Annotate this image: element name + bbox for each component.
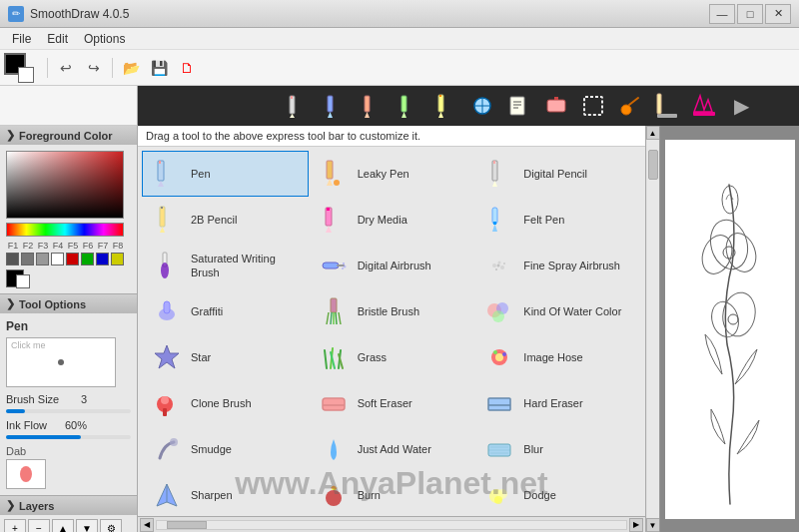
tool-pen[interactable]: Pen: [142, 151, 309, 197]
layer-options-button[interactable]: ⚙: [100, 519, 122, 532]
blur-label: Blur: [523, 442, 543, 456]
tool-bristle-brush[interactable]: Bristle Brush: [309, 288, 475, 334]
color-spectrum[interactable]: [6, 223, 124, 237]
tool-graffiti[interactable]: Graffiti: [142, 288, 309, 334]
close-button[interactable]: ✕: [765, 4, 791, 24]
scroll-left-button[interactable]: ◀: [140, 518, 154, 532]
tool-soft-eraser[interactable]: Soft Eraser: [309, 380, 475, 426]
tool-dry-media[interactable]: Dry Media: [309, 197, 475, 243]
svg-rect-2: [291, 96, 293, 99]
tool-digital-airbrush[interactable]: Digital Airbrush: [309, 243, 475, 288]
swatch-3[interactable]: [36, 253, 49, 266]
swatch-4[interactable]: [51, 253, 64, 266]
menu-edit[interactable]: Edit: [39, 30, 76, 48]
undo-button[interactable]: ↩: [53, 55, 79, 81]
express-tool-1[interactable]: [280, 88, 316, 124]
left-panel: ❯ Foreground Color F1 F2 F3: [0, 126, 138, 532]
vertical-scroll-track[interactable]: [647, 140, 659, 518]
express-tool-4[interactable]: [391, 88, 426, 124]
tool-blur[interactable]: Blur: [474, 426, 641, 472]
scroll-down-button[interactable]: ▼: [646, 518, 660, 532]
express-tool-11[interactable]: [649, 88, 685, 124]
express-tool-9[interactable]: [575, 88, 611, 124]
horizontal-scroll-thumb[interactable]: [167, 521, 207, 529]
graffiti-icon: [151, 295, 183, 327]
tool-digital-pencil[interactable]: Digital Pencil: [474, 151, 641, 197]
express-tool-2[interactable]: [317, 88, 353, 124]
horizontal-scroll-track[interactable]: [156, 520, 627, 530]
layers-content: + − ▲ ▼ ⚙: [0, 515, 137, 532]
layer-up-button[interactable]: ▲: [52, 519, 74, 532]
toolbar-separator-1: [47, 58, 48, 78]
maximize-button[interactable]: □: [737, 4, 763, 24]
scroll-right-button[interactable]: ▶: [629, 518, 643, 532]
express-tool-3[interactable]: [354, 88, 390, 124]
save-button[interactable]: 💾: [146, 55, 172, 81]
tool-saturated-writing-brush[interactable]: Saturated Writing Brush: [142, 243, 309, 288]
canvas-preview[interactable]: [665, 140, 795, 519]
ink-flow-track[interactable]: [6, 435, 131, 439]
delete-layer-button[interactable]: −: [28, 519, 50, 532]
express-tool-13[interactable]: ▶: [723, 88, 759, 124]
tool-image-hose[interactable]: Image Hose: [474, 334, 641, 380]
tool-fine-spray-airbrush[interactable]: Fine Spray Airbrush: [474, 243, 641, 288]
tool-sharpen[interactable]: Sharpen: [142, 472, 309, 516]
tool-click-area[interactable]: Click me: [6, 337, 116, 387]
scroll-up-button[interactable]: ▲: [646, 126, 660, 140]
svg-point-55: [498, 262, 501, 265]
tool-dodge[interactable]: Dodge: [474, 472, 641, 516]
add-layer-button[interactable]: +: [4, 519, 26, 532]
svg-rect-44: [492, 208, 497, 224]
color-swatch-area[interactable]: [4, 53, 34, 83]
express-tool-12[interactable]: [686, 88, 722, 124]
menu-file[interactable]: File: [4, 30, 39, 48]
white-swatch[interactable]: [16, 274, 30, 288]
tool-leaky-pen[interactable]: Leaky Pen: [309, 151, 475, 197]
foreground-color-header[interactable]: ❯ Foreground Color: [0, 126, 137, 145]
vertical-scroll-thumb[interactable]: [648, 150, 658, 180]
tool-smudge[interactable]: Smudge: [142, 426, 309, 472]
open-button[interactable]: 📂: [118, 55, 144, 81]
preset-f8: F8: [111, 241, 125, 251]
tool-just-add-water[interactable]: Just Add Water: [309, 426, 475, 472]
express-tool-10[interactable]: [612, 88, 648, 124]
toolbar-separator-2: [112, 58, 113, 78]
tool-options-header[interactable]: ❯ Tool Options: [0, 294, 137, 313]
svg-rect-7: [401, 96, 406, 112]
brush-size-track[interactable]: [6, 409, 131, 413]
swatch-6[interactable]: [81, 253, 94, 266]
menu-options[interactable]: Options: [76, 30, 133, 48]
layers-header[interactable]: ❯ Layers: [0, 496, 137, 515]
svg-rect-15: [510, 97, 524, 115]
layer-down-button[interactable]: ▼: [76, 519, 98, 532]
swatch-8[interactable]: [111, 253, 124, 266]
tool-kind-of-watercolor[interactable]: Kind Of Water Color: [474, 288, 641, 334]
express-tool-8[interactable]: [538, 88, 574, 124]
tool-clone-brush[interactable]: Clone Brush: [142, 380, 309, 426]
swatch-7[interactable]: [96, 253, 109, 266]
swatch-5[interactable]: [66, 253, 79, 266]
redo-button[interactable]: ↪: [81, 55, 107, 81]
tool-star[interactable]: Star: [142, 334, 309, 380]
dab-preview[interactable]: [6, 459, 46, 489]
ink-flow-value: 60%: [65, 419, 87, 431]
swatch-1[interactable]: [6, 253, 19, 266]
app-icon: ✏: [8, 6, 24, 22]
graffiti-label: Graffiti: [191, 304, 223, 318]
tool-felt-pen[interactable]: Felt Pen: [474, 197, 641, 243]
new-button[interactable]: 🗋: [174, 55, 200, 81]
color-picker-gradient[interactable]: [6, 151, 124, 219]
tool-2b-pencil[interactable]: 2B Pencil: [142, 197, 309, 243]
preset-f3: F3: [36, 241, 50, 251]
express-tool-7[interactable]: [501, 88, 537, 124]
background-swatch[interactable]: [18, 67, 34, 83]
minimize-button[interactable]: —: [709, 4, 735, 24]
image-hose-icon: [483, 341, 515, 373]
tool-grass[interactable]: Grass: [309, 334, 475, 380]
express-tool-6[interactable]: [464, 88, 500, 124]
pen-label: Pen: [191, 167, 211, 181]
tool-burn[interactable]: Burn: [309, 472, 475, 516]
tool-hard-eraser[interactable]: Hard Eraser: [474, 380, 641, 426]
express-tool-5[interactable]: [427, 88, 463, 124]
swatch-2[interactable]: [21, 253, 34, 266]
